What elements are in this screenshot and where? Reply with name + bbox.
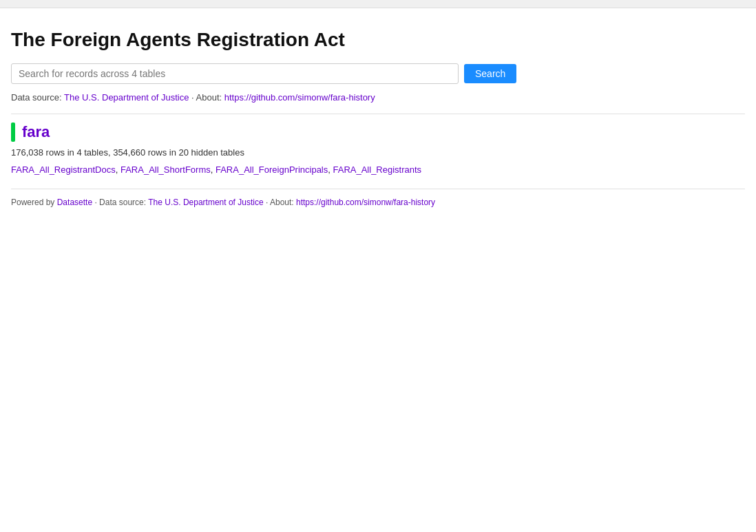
- database-name-link[interactable]: fara: [22, 123, 50, 141]
- color-bar: [11, 123, 15, 142]
- table-link-shortforms[interactable]: FARA_All_ShortForms: [120, 164, 211, 175]
- database-section: fara 176,038 rows in 4 tables, 354,660 r…: [11, 123, 745, 175]
- top-bar: [0, 0, 756, 8]
- table-link-foreignprincipals[interactable]: FARA_All_ForeignPrincipals: [216, 164, 328, 175]
- search-row: Search: [11, 63, 745, 84]
- comma-1: ,: [116, 164, 120, 175]
- data-source-link[interactable]: The U.S. Department of Justice: [64, 92, 189, 103]
- page-title: The Foreign Agents Registration Act: [11, 29, 745, 51]
- about-prefix: · About:: [189, 92, 224, 103]
- tables-list: FARA_All_RegistrantDocs, FARA_All_ShortF…: [11, 164, 745, 175]
- footer-about-prefix: · About:: [264, 198, 296, 207]
- datasette-link[interactable]: Datasette: [57, 198, 92, 207]
- rows-info: 176,038 rows in 4 tables, 354,660 rows i…: [11, 147, 745, 158]
- powered-by-prefix: Powered by: [11, 198, 57, 207]
- footer-data-source-prefix: · Data source:: [92, 198, 148, 207]
- table-link-registrantdocs[interactable]: FARA_All_RegistrantDocs: [11, 164, 116, 175]
- divider-top: [11, 114, 745, 114]
- data-source-prefix: Data source:: [11, 92, 64, 103]
- comma-2: ,: [211, 164, 216, 175]
- search-button[interactable]: Search: [464, 64, 516, 83]
- data-source-line: Data source: The U.S. Department of Just…: [11, 92, 745, 103]
- main-content: The Foreign Agents Registration Act Sear…: [0, 8, 756, 221]
- comma-3: ,: [328, 164, 333, 175]
- footer-about-link[interactable]: https://github.com/simonw/fara-history: [296, 198, 435, 207]
- footer-line: Powered by Datasette · Data source: The …: [11, 198, 745, 207]
- search-input[interactable]: [11, 63, 459, 84]
- about-link[interactable]: https://github.com/simonw/fara-history: [224, 92, 375, 103]
- database-header: fara: [11, 123, 745, 142]
- footer-source-link[interactable]: The U.S. Department of Justice: [148, 198, 263, 207]
- divider-bottom: [11, 189, 745, 189]
- table-link-registrants[interactable]: FARA_All_Registrants: [333, 164, 422, 175]
